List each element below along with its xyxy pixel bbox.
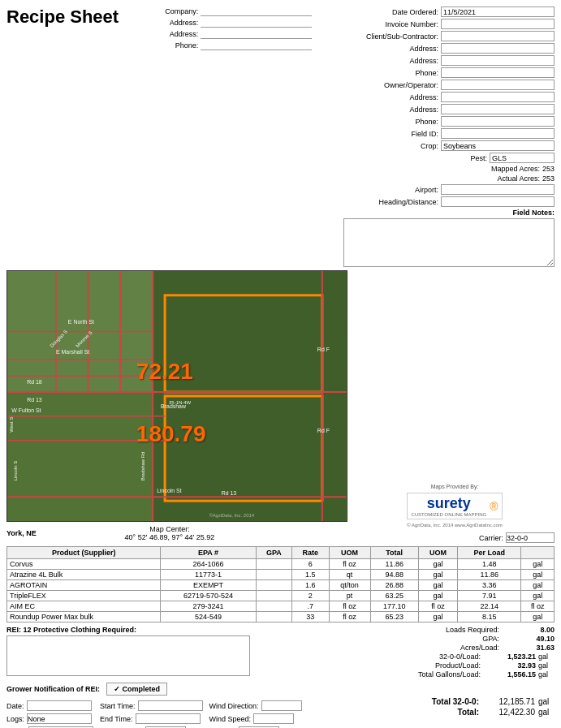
address-input-2[interactable]: [201, 29, 312, 39]
cell-uom: pt: [329, 591, 370, 601]
address-r-label-2: Address:: [357, 57, 438, 65]
address-r-input-4[interactable]: [441, 104, 555, 114]
cell-rate: 6: [292, 559, 330, 570]
field-label-1: 72.21: [136, 359, 193, 385]
total-32-value: 12,185.71: [482, 697, 535, 706]
rei-box: [6, 635, 250, 676]
total-value: 12,422.30: [482, 708, 535, 717]
col-epa: EPA #: [161, 547, 256, 559]
table-row: Roundup Power Max bulk 524-549 33 fl oz …: [7, 612, 555, 622]
carrier-input[interactable]: [506, 532, 555, 543]
cell-rate: 33: [292, 612, 330, 622]
col-product: Product (Supplier): [7, 547, 161, 559]
surety-logo: surety CUSTOMIZED ONLINE MAPPING ®: [407, 493, 502, 519]
bottom-col-3: Wind Direction: Wind Speed: Velocity: P.…: [209, 700, 302, 728]
total-gal-unit: gal: [538, 670, 555, 678]
cell-uom: fl oz: [329, 559, 370, 570]
owner-label: Owner/Operator:: [357, 81, 438, 89]
cell-total: 65.23: [370, 612, 418, 622]
cell-total-uom: gal: [418, 580, 457, 591]
airport-label: Airport:: [357, 186, 438, 194]
total-unit: gal: [538, 708, 555, 717]
cell-total: 94.88: [370, 570, 418, 580]
cell-gpa: [256, 559, 291, 570]
product-per-load-label: Product/Load:: [399, 661, 481, 670]
client-input[interactable]: [441, 31, 555, 41]
cell-per-load-uom: fl oz: [521, 601, 555, 612]
cell-per-load-uom: gal: [521, 580, 555, 591]
owner-input[interactable]: [441, 80, 555, 90]
phone-input[interactable]: [201, 41, 312, 50]
cell-product: AGROTAIN: [7, 580, 161, 591]
crop-input[interactable]: [441, 140, 555, 151]
address-input-1[interactable]: [201, 18, 312, 28]
phone-r-input[interactable]: [441, 67, 555, 78]
phone-label: Phone:: [133, 41, 198, 50]
product-per-load-value: 32.93: [483, 661, 536, 670]
svg-text:E North St: E North St: [68, 319, 94, 325]
cell-epa: 11773-1: [161, 570, 256, 580]
col-uom: UOM: [329, 547, 370, 559]
logs-label: Logs:: [6, 715, 24, 723]
field-id-label: Field ID:: [357, 130, 438, 138]
airport-input[interactable]: [441, 184, 555, 195]
company-input[interactable]: [201, 6, 312, 16]
date-input[interactable]: [27, 700, 92, 711]
address-r-label-4: Address:: [357, 106, 438, 114]
cell-per-load-uom: gal: [521, 591, 555, 601]
cell-product: Atrazine 4L Bulk: [7, 570, 161, 580]
date-ordered-label: Date Ordered:: [357, 8, 438, 16]
cell-total: 63.25: [370, 591, 418, 601]
end-time-input[interactable]: [136, 713, 201, 724]
phone-r-input-2[interactable]: [441, 116, 555, 127]
field-notes-label: Field Notes:: [473, 209, 555, 217]
logs-input[interactable]: [27, 713, 92, 724]
end-time-label: End Time:: [100, 715, 133, 723]
mapped-acres-value: 253: [542, 165, 555, 173]
svg-text:35-1N-4W: 35-1N-4W: [169, 400, 192, 405]
pest-input[interactable]: [490, 153, 555, 163]
heading-input[interactable]: [441, 196, 555, 207]
cell-per-load: 8.15: [458, 612, 521, 622]
bottom-col-1: Date: Logs: Name ID #: [6, 700, 93, 728]
wind-direction-input[interactable]: [261, 700, 302, 711]
completed-badge: ✓ Completed: [106, 683, 167, 696]
invoice-input[interactable]: [441, 19, 555, 29]
cell-per-load: 11.86: [458, 570, 521, 580]
cell-gpa: [256, 601, 291, 612]
col-rate: Rate: [292, 547, 330, 559]
cell-product: Corvus: [7, 559, 161, 570]
company-label: Company:: [133, 7, 198, 15]
client-label: Client/Sub-Contractor:: [357, 32, 438, 41]
address-r-input-3[interactable]: [441, 92, 555, 102]
field-label-2: 180.79: [136, 421, 206, 447]
address-r-label-1: Address:: [357, 45, 438, 53]
cell-per-load-uom: gal: [521, 612, 555, 622]
pest-label: Pest:: [406, 154, 487, 162]
cell-uom: qt/ton: [329, 580, 370, 591]
bottom-col-2: Start Time: End Time: Temperature:: [100, 700, 203, 728]
date-ordered-input[interactable]: [441, 6, 555, 17]
address-r-input-1[interactable]: [441, 43, 555, 54]
grower-label: Grower Notification of REI:: [6, 685, 100, 693]
start-time-input[interactable]: [138, 700, 203, 711]
field-id-input[interactable]: [441, 128, 555, 139]
address-r-input-2[interactable]: [441, 55, 555, 66]
svg-text:Lincoln S: Lincoln S: [13, 461, 18, 481]
loads-required-value: 8.00: [502, 626, 555, 634]
svg-text:West S: West S: [9, 417, 14, 433]
wind-speed-input[interactable]: [253, 713, 294, 724]
invoice-label: Invoice Number:: [357, 20, 438, 28]
cell-total-uom: gal: [418, 591, 457, 601]
rate-32-label: 32-0-0/Load:: [399, 653, 481, 661]
cell-rate: 1.6: [292, 580, 330, 591]
cell-total-uom: gal: [418, 612, 457, 622]
surety-registered: ®: [490, 500, 498, 513]
field-notes-textarea[interactable]: [343, 218, 555, 267]
company-form: Company: Address: Address: Phone:: [133, 6, 312, 50]
heading-label: Heading/Distance:: [357, 198, 438, 206]
right-header-form: Date Ordered: Invoice Number: Client/Sub…: [343, 6, 555, 267]
actual-acres-value: 253: [542, 174, 555, 183]
wind-speed-label: Wind Speed:: [209, 715, 252, 723]
cell-epa: 524-549: [161, 612, 256, 622]
